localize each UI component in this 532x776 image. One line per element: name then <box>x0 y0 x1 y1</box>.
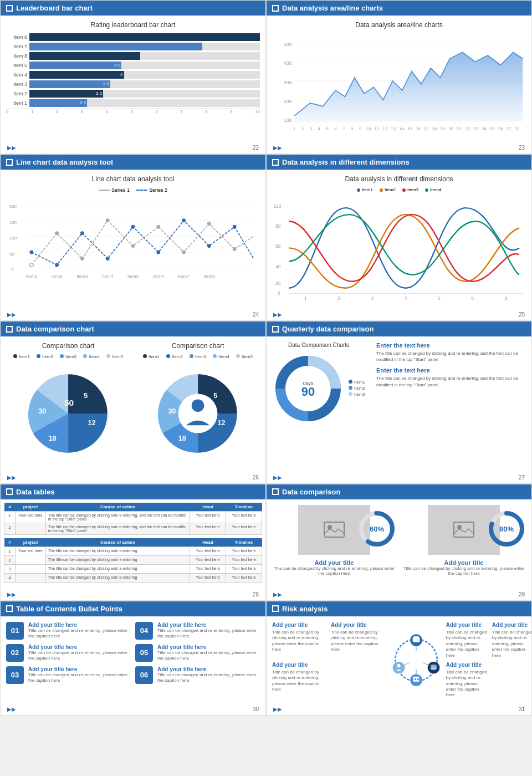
svg-text:18: 18 <box>178 434 186 442</box>
dimensions-panel: Data analysis in different dimensions Da… <box>266 154 532 321</box>
toc-title: Table of Contents Bullet Points <box>16 605 122 613</box>
svg-text:80: 80 <box>275 223 281 229</box>
toc-item-01: 01 Add your title here Title can be chan… <box>6 622 131 640</box>
dimensions-header: Data analysis in different dimensions <box>267 155 531 170</box>
svg-text:5: 5 <box>213 391 217 400</box>
bar-row: Item 7 <box>6 43 260 50</box>
svg-point-58 <box>55 263 59 267</box>
dc-card-2: 80% Add your title Title can be changed … <box>402 505 526 576</box>
quarterly-text-section: Enter the text here The title can be cha… <box>371 342 526 392</box>
svg-point-53 <box>156 225 160 229</box>
risk-content: Add your title Title can be changed by c… <box>272 622 526 698</box>
svg-text:26: 26 <box>498 126 503 131</box>
risk-left-grid: Add your title Title can be changed by c… <box>272 622 386 698</box>
svg-text:2: 2 <box>301 126 304 131</box>
leaderboard-chart-title: Rating leaderboard bar chart <box>6 21 260 29</box>
svg-text:7: 7 <box>342 126 345 131</box>
data-analysis-chart-title: Data analysis area/line charts <box>272 21 526 29</box>
svg-text:11: 11 <box>374 126 379 131</box>
dc-cards-body: 60% Add your title Title can be changed … <box>267 499 531 589</box>
svg-text:Item1: Item1 <box>26 274 38 279</box>
header-icon <box>272 488 279 495</box>
svg-text:22: 22 <box>465 126 470 131</box>
th2-timeline: Timeline <box>226 538 262 547</box>
svg-text:120: 120 <box>273 203 281 209</box>
image-placeholder-icon <box>323 520 345 539</box>
svg-point-57 <box>29 251 33 254</box>
quarterly-title: Quarterly data comparison <box>282 325 374 333</box>
leaderboard-logo: ▶▶ <box>4 144 19 152</box>
data-analysis-title: Data analysis area/line charts <box>282 4 383 12</box>
dc-cards-page: 29 <box>515 590 528 599</box>
data-comparison-panel: Data comparison chart Comparison chart I… <box>0 321 266 484</box>
legend-series2-label: Series 2 <box>149 187 167 193</box>
toc-item-06: 06 Add your title here Title can be chan… <box>135 666 260 684</box>
table-row: 4 The title can be changed by clicking a… <box>4 573 262 582</box>
quarterly-content: Data Comparison Charts days 90 <box>272 342 526 425</box>
percent-circle-60: 60% <box>357 509 396 548</box>
svg-text:Item6: Item6 <box>153 274 165 279</box>
svg-rect-126 <box>417 678 419 680</box>
svg-point-63 <box>182 219 186 223</box>
line-chart-panel: Line chart data analysis tool Line chart… <box>0 154 266 321</box>
quarterly-panel: Quarterly data comparison Data Compariso… <box>266 321 532 484</box>
dc-cards-header: Data comparison <box>267 484 531 499</box>
header-icon <box>6 5 13 12</box>
legend-series2: Series 2 <box>136 187 167 193</box>
svg-text:100: 100 <box>9 236 17 241</box>
line-chart-legend: Series 1 Series 2 <box>6 187 260 193</box>
quarterly-enter-title1: Enter the text here <box>376 342 520 349</box>
svg-text:10: 10 <box>366 126 371 131</box>
svg-text:200: 200 <box>9 204 17 209</box>
header-icon <box>272 159 279 166</box>
svg-text:200: 200 <box>284 99 292 104</box>
svg-rect-109 <box>454 522 474 537</box>
svg-point-123 <box>431 667 437 670</box>
svg-line-131 <box>404 662 409 665</box>
percent-circle-80: 80% <box>487 509 526 548</box>
data-comparison-logo: ▶▶ <box>4 473 19 482</box>
svg-point-52 <box>131 244 135 248</box>
th2-course: Course of action <box>46 538 190 547</box>
table-row: 2 The title can be changed by clicking a… <box>4 523 262 534</box>
data-table-2: # project Course of action Head Timeline… <box>4 538 262 583</box>
svg-text:16: 16 <box>416 126 421 131</box>
dimensions-body: Data analysis in different dimensions It… <box>267 170 531 309</box>
th2-num: # <box>4 538 16 547</box>
svg-text:6: 6 <box>471 296 474 302</box>
toc-item-02: 02 Add your title here Title can be chan… <box>6 644 131 662</box>
quarterly-header: Quarterly data comparison <box>267 321 531 336</box>
dimensions-logo: ▶▶ <box>270 310 285 319</box>
data-tables-header: Data tables <box>1 484 265 499</box>
header-icon <box>272 605 279 612</box>
svg-text:5: 5 <box>326 126 329 131</box>
risk-circle-diagram <box>391 622 442 698</box>
data-analysis-logo: ▶▶ <box>270 144 285 152</box>
svg-text:Item3: Item3 <box>76 274 88 279</box>
leaderboard-body: Rating leaderboard bar chart Item 6 Item… <box>1 16 265 142</box>
header-icon <box>272 5 279 12</box>
data-analysis-panel: Data analysis area/line charts Data anal… <box>266 0 532 154</box>
dc-cards-logo: ▶▶ <box>270 590 285 599</box>
risk-item-6: Add your title Title can be changed by c… <box>446 662 489 698</box>
svg-text:4: 4 <box>405 296 407 302</box>
leaderboard-header: Leaderboard bar chart <box>1 1 265 16</box>
toc-page: 30 <box>249 705 262 714</box>
svg-text:5: 5 <box>84 391 88 400</box>
header-icon <box>6 159 13 166</box>
svg-line-129 <box>423 662 428 665</box>
risk-title: Risk analysis <box>282 605 328 613</box>
svg-rect-125 <box>415 678 416 680</box>
toc-item-05: 05 Add your title here Title can be chan… <box>135 644 260 662</box>
svg-rect-120 <box>413 636 418 639</box>
quarterly-enter-text1: The title can be changed by clicking and… <box>376 350 520 363</box>
data-table-1: # project Course of action Head Timeline… <box>4 503 262 535</box>
dimensions-legend: Item1 Item2 Item3 Item4 <box>272 187 526 192</box>
leaderboard-panel: Leaderboard bar chart Rating leaderboard… <box>0 0 266 154</box>
svg-text:20: 20 <box>275 280 281 286</box>
svg-text:1: 1 <box>293 126 296 131</box>
risk-right-grid: Add your title Title can be changed by c… <box>446 622 532 698</box>
risk-item-1: Add your title Title can be changed by c… <box>272 622 328 658</box>
toc-body: 01 Add your title here Title can be chan… <box>1 616 265 704</box>
data-comparison-body: Comparison chart Item1 Item2 Item3 Item4… <box>1 336 265 472</box>
